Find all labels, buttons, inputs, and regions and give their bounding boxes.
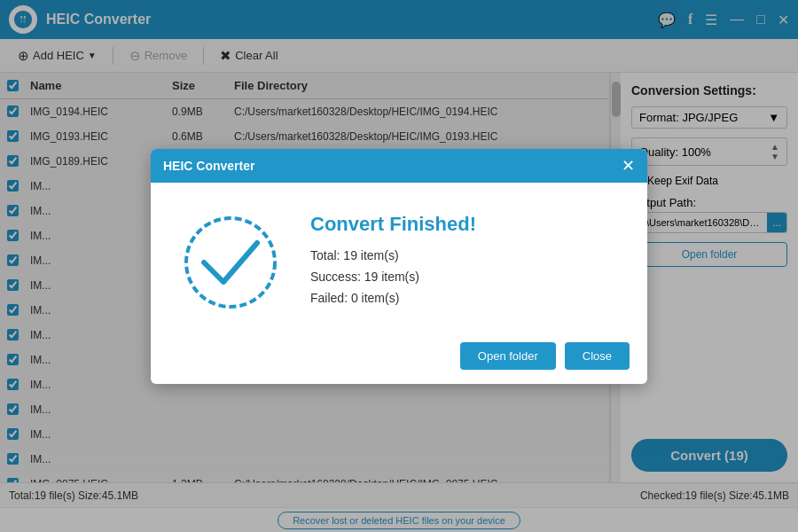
modal-heading: Convert Finished!	[310, 213, 621, 236]
modal-open-folder-button[interactable]: Open folder	[460, 342, 556, 370]
modal-failed: Failed: 0 item(s)	[310, 291, 621, 305]
modal-close-button-footer[interactable]: Close	[565, 342, 630, 370]
modal-total: Total: 19 item(s)	[310, 248, 621, 262]
modal-header: HEIC Converter ✕	[151, 149, 647, 183]
modal-title: HEIC Converter	[163, 159, 254, 173]
modal-dialog: HEIC Converter ✕ Convert Finished! Total…	[151, 149, 647, 384]
modal-body: Convert Finished! Total: 19 item(s) Succ…	[151, 183, 647, 333]
svg-point-2	[186, 218, 275, 307]
modal-success: Success: 19 item(s)	[310, 270, 621, 284]
success-check-icon	[177, 209, 284, 316]
modal-overlay: HEIC Converter ✕ Convert Finished! Total…	[0, 0, 798, 532]
modal-footer: Open folder Close	[151, 333, 647, 384]
modal-close-button[interactable]: ✕	[622, 158, 635, 174]
modal-content: Convert Finished! Total: 19 item(s) Succ…	[310, 213, 621, 312]
